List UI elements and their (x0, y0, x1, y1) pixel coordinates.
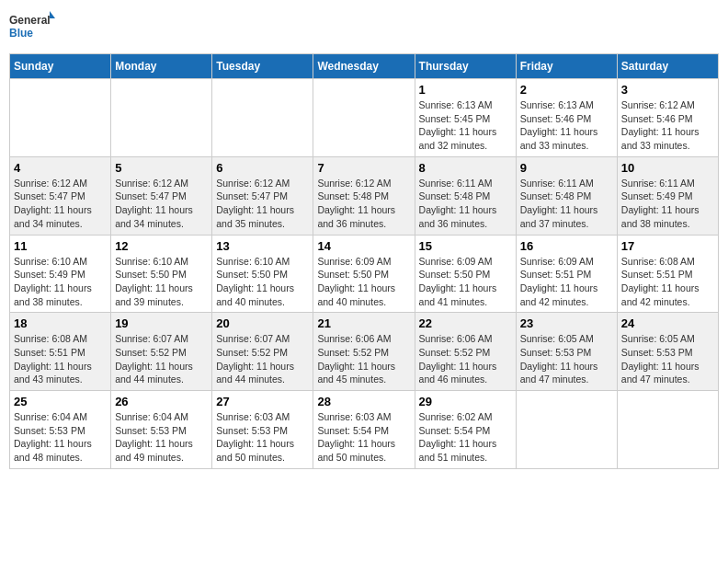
day-cell: 25Sunrise: 6:04 AM Sunset: 5:53 PM Dayli… (10, 391, 111, 469)
calendar-header-row: SundayMondayTuesdayWednesdayThursdayFrid… (10, 54, 719, 79)
day-cell (212, 79, 313, 157)
header-saturday: Saturday (617, 54, 718, 79)
day-number: 13 (216, 239, 309, 253)
svg-text:General: General (9, 14, 51, 27)
day-info: Sunrise: 6:03 AM Sunset: 5:54 PM Dayligh… (317, 410, 410, 465)
day-info: Sunrise: 6:12 AM Sunset: 5:47 PM Dayligh… (216, 177, 309, 231)
day-cell: 16Sunrise: 6:09 AM Sunset: 5:51 PM Dayli… (516, 235, 617, 313)
day-cell: 14Sunrise: 6:09 AM Sunset: 5:50 PM Dayli… (313, 235, 415, 313)
day-number: 3 (621, 83, 714, 97)
day-number: 27 (216, 395, 309, 408)
day-cell: 4Sunrise: 6:12 AM Sunset: 5:47 PM Daylig… (10, 156, 111, 235)
day-info: Sunrise: 6:13 AM Sunset: 5:46 PM Dayligh… (520, 98, 613, 153)
day-number: 10 (621, 161, 714, 175)
day-cell: 12Sunrise: 6:10 AM Sunset: 5:50 PM Dayli… (111, 235, 212, 313)
day-number: 22 (419, 316, 512, 330)
header-wednesday: Wednesday (313, 54, 415, 79)
week-row-2: 4Sunrise: 6:12 AM Sunset: 5:47 PM Daylig… (10, 156, 719, 235)
day-number: 23 (520, 316, 613, 330)
day-info: Sunrise: 6:09 AM Sunset: 5:50 PM Dayligh… (317, 255, 410, 309)
day-cell: 26Sunrise: 6:04 AM Sunset: 5:53 PM Dayli… (111, 391, 212, 469)
day-cell: 1Sunrise: 6:13 AM Sunset: 5:45 PM Daylig… (415, 79, 516, 157)
day-cell: 17Sunrise: 6:08 AM Sunset: 5:51 PM Dayli… (617, 235, 718, 313)
day-info: Sunrise: 6:07 AM Sunset: 5:52 PM Dayligh… (216, 332, 309, 386)
day-number: 12 (115, 239, 208, 253)
day-number: 6 (216, 161, 309, 175)
header-monday: Monday (111, 54, 212, 79)
day-number: 20 (216, 316, 309, 330)
logo-svg: General Blue (9, 9, 55, 46)
day-cell: 29Sunrise: 6:02 AM Sunset: 5:54 PM Dayli… (415, 391, 516, 469)
day-cell (516, 391, 617, 469)
day-cell: 8Sunrise: 6:11 AM Sunset: 5:48 PM Daylig… (415, 156, 516, 235)
day-number: 8 (419, 161, 512, 175)
day-info: Sunrise: 6:06 AM Sunset: 5:52 PM Dayligh… (317, 332, 410, 386)
day-cell: 15Sunrise: 6:09 AM Sunset: 5:50 PM Dayli… (415, 235, 516, 313)
day-info: Sunrise: 6:05 AM Sunset: 5:53 PM Dayligh… (621, 332, 714, 386)
day-cell: 18Sunrise: 6:08 AM Sunset: 5:51 PM Dayli… (10, 313, 111, 391)
day-cell: 9Sunrise: 6:11 AM Sunset: 5:48 PM Daylig… (516, 156, 617, 235)
day-number: 7 (317, 161, 410, 175)
day-info: Sunrise: 6:04 AM Sunset: 5:53 PM Dayligh… (14, 410, 107, 465)
day-number: 24 (621, 316, 714, 330)
day-info: Sunrise: 6:12 AM Sunset: 5:47 PM Dayligh… (14, 177, 107, 231)
day-info: Sunrise: 6:09 AM Sunset: 5:50 PM Dayligh… (419, 255, 512, 309)
day-cell: 7Sunrise: 6:12 AM Sunset: 5:48 PM Daylig… (313, 156, 415, 235)
week-row-1: 1Sunrise: 6:13 AM Sunset: 5:45 PM Daylig… (10, 79, 719, 157)
day-info: Sunrise: 6:12 AM Sunset: 5:47 PM Dayligh… (115, 177, 208, 231)
day-cell: 5Sunrise: 6:12 AM Sunset: 5:47 PM Daylig… (111, 156, 212, 235)
day-info: Sunrise: 6:11 AM Sunset: 5:48 PM Dayligh… (419, 177, 512, 231)
day-cell: 28Sunrise: 6:03 AM Sunset: 5:54 PM Dayli… (313, 391, 415, 469)
day-number: 11 (14, 239, 107, 253)
week-row-4: 18Sunrise: 6:08 AM Sunset: 5:51 PM Dayli… (10, 313, 719, 391)
day-info: Sunrise: 6:10 AM Sunset: 5:50 PM Dayligh… (115, 255, 208, 309)
day-info: Sunrise: 6:13 AM Sunset: 5:45 PM Dayligh… (419, 98, 512, 153)
week-row-3: 11Sunrise: 6:10 AM Sunset: 5:49 PM Dayli… (10, 235, 719, 313)
day-cell (313, 79, 415, 157)
day-cell: 24Sunrise: 6:05 AM Sunset: 5:53 PM Dayli… (617, 313, 718, 391)
day-cell: 21Sunrise: 6:06 AM Sunset: 5:52 PM Dayli… (313, 313, 415, 391)
day-cell: 19Sunrise: 6:07 AM Sunset: 5:52 PM Dayli… (111, 313, 212, 391)
page-header: General Blue (9, 9, 719, 46)
day-cell: 23Sunrise: 6:05 AM Sunset: 5:53 PM Dayli… (516, 313, 617, 391)
svg-marker-2 (50, 11, 55, 18)
day-number: 2 (520, 83, 613, 97)
header-sunday: Sunday (10, 54, 111, 79)
week-row-5: 25Sunrise: 6:04 AM Sunset: 5:53 PM Dayli… (10, 391, 719, 469)
day-number: 1 (419, 83, 512, 97)
day-info: Sunrise: 6:11 AM Sunset: 5:48 PM Dayligh… (520, 177, 613, 231)
day-info: Sunrise: 6:12 AM Sunset: 5:48 PM Dayligh… (317, 177, 410, 231)
day-number: 19 (115, 316, 208, 330)
day-info: Sunrise: 6:05 AM Sunset: 5:53 PM Dayligh… (520, 332, 613, 386)
day-cell (10, 79, 111, 157)
day-number: 21 (317, 316, 410, 330)
day-number: 17 (621, 239, 714, 253)
day-cell (617, 391, 718, 469)
day-number: 14 (317, 239, 410, 253)
day-info: Sunrise: 6:06 AM Sunset: 5:52 PM Dayligh… (419, 332, 512, 386)
day-number: 29 (419, 395, 512, 408)
calendar-table: SundayMondayTuesdayWednesdayThursdayFrid… (9, 53, 719, 469)
svg-text:Blue: Blue (9, 27, 33, 40)
day-number: 28 (317, 395, 410, 408)
day-number: 15 (419, 239, 512, 253)
header-thursday: Thursday (415, 54, 516, 79)
day-info: Sunrise: 6:11 AM Sunset: 5:49 PM Dayligh… (621, 177, 714, 231)
day-cell: 13Sunrise: 6:10 AM Sunset: 5:50 PM Dayli… (212, 235, 313, 313)
day-info: Sunrise: 6:10 AM Sunset: 5:50 PM Dayligh… (216, 255, 309, 309)
day-cell: 2Sunrise: 6:13 AM Sunset: 5:46 PM Daylig… (516, 79, 617, 157)
day-cell: 22Sunrise: 6:06 AM Sunset: 5:52 PM Dayli… (415, 313, 516, 391)
day-info: Sunrise: 6:04 AM Sunset: 5:53 PM Dayligh… (115, 410, 208, 465)
day-cell: 10Sunrise: 6:11 AM Sunset: 5:49 PM Dayli… (617, 156, 718, 235)
day-cell: 11Sunrise: 6:10 AM Sunset: 5:49 PM Dayli… (10, 235, 111, 313)
day-cell (111, 79, 212, 157)
day-number: 25 (14, 395, 107, 408)
day-info: Sunrise: 6:08 AM Sunset: 5:51 PM Dayligh… (621, 255, 714, 309)
logo: General Blue (9, 9, 55, 46)
day-number: 9 (520, 161, 613, 175)
day-cell: 6Sunrise: 6:12 AM Sunset: 5:47 PM Daylig… (212, 156, 313, 235)
header-friday: Friday (516, 54, 617, 79)
day-number: 4 (14, 161, 107, 175)
day-info: Sunrise: 6:09 AM Sunset: 5:51 PM Dayligh… (520, 255, 613, 309)
day-info: Sunrise: 6:07 AM Sunset: 5:52 PM Dayligh… (115, 332, 208, 386)
